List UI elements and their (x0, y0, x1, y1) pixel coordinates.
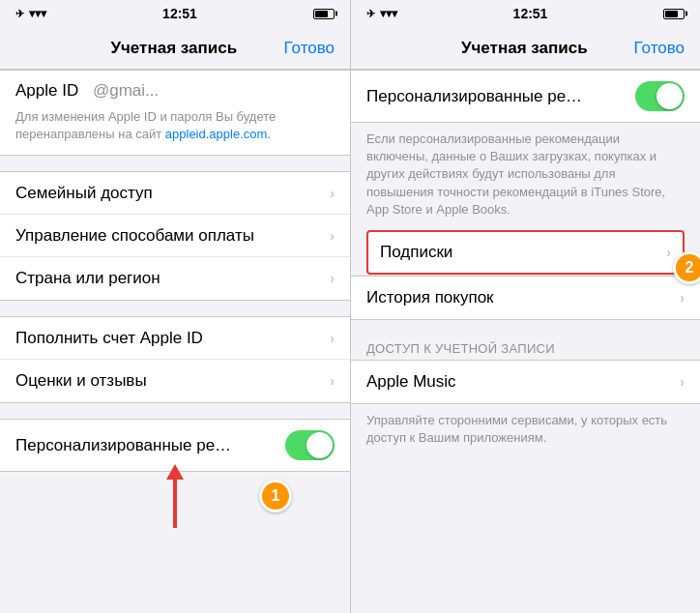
list-item-topup[interactable]: Пополнить счет Apple ID › (0, 317, 350, 360)
status-time-right: 12:51 (513, 6, 548, 21)
status-time-left: 12:51 (162, 6, 197, 21)
toggle-knob-right (656, 83, 683, 109)
status-left-right: ✈ ▾▾▾ (366, 7, 397, 20)
chevron-ratings: › (330, 373, 335, 389)
apple-id-label: Apple ID (15, 81, 93, 101)
apple-id-value: @gmai... (93, 81, 335, 101)
toggle-knob-left (306, 432, 333, 458)
item-label-topup: Пополнить счет Apple ID (15, 329, 330, 348)
info-text: Если персонализированные рекомендации вк… (366, 131, 685, 219)
personalized-section-right: Персонализированные ре… (351, 70, 700, 123)
badge-1: 1 (259, 480, 292, 512)
battery-icon-right (663, 9, 685, 19)
item-label-payment: Управление способами оплаты (15, 226, 330, 246)
menu-section: Семейный доступ › Управление способами о… (0, 171, 350, 301)
chevron-subscriptions: › (666, 245, 671, 260)
purchase-history-label: История покупок (366, 288, 680, 307)
personalized-label-left: Персонализированные ре… (15, 436, 285, 455)
wifi-icon-right: ▾▾▾ (380, 7, 397, 20)
purchase-history-item[interactable]: История покупок › (351, 277, 700, 319)
list-item-family[interactable]: Семейный доступ › (0, 172, 350, 215)
airplane-icon: ✈ (15, 8, 24, 20)
chevron-family: › (330, 186, 335, 201)
apple-music-item[interactable]: Apple Music › (351, 361, 700, 403)
status-left-left: ✈ ▾▾▾ (15, 7, 46, 20)
apple-id-section: Apple ID @gmai... Для изменения Apple ID… (0, 70, 350, 156)
item-label-ratings: Оценки и отзывы (15, 371, 330, 391)
apple-id-row: Apple ID @gmai... (15, 81, 335, 101)
arrow-container: 1 (0, 480, 350, 528)
left-panel: ✈ ▾▾▾ 12:51 Учетная запись Готово Apple … (0, 0, 350, 613)
purchase-history-section: История покупок › (351, 276, 700, 320)
list-item-payment[interactable]: Управление способами оплаты › (0, 215, 350, 257)
apple-id-description: Для изменения Apple ID и пароля Вы будет… (15, 108, 335, 143)
battery-icon-left (313, 9, 335, 19)
item-label-country: Страна или регион (15, 269, 330, 288)
gap-1 (0, 156, 350, 171)
subscriptions-item[interactable]: Подписки › (366, 230, 685, 275)
nav-title-right: Учетная запись (415, 39, 634, 58)
arrow-up (165, 480, 185, 528)
wifi-icon: ▾▾▾ (29, 7, 46, 20)
left-content: Apple ID @gmai... Для изменения Apple ID… (0, 70, 350, 528)
personalized-toggle-left[interactable] (285, 430, 335, 460)
badge-2: 2 (673, 251, 700, 284)
status-right-right (663, 9, 685, 19)
chevron-purchase: › (680, 290, 685, 306)
chevron-topup: › (330, 331, 335, 346)
gap-3 (0, 403, 350, 419)
personalized-item-right[interactable]: Персонализированные ре… (351, 71, 700, 122)
apple-service-desc-box: Управляйте сторонними сервисами, у котор… (351, 404, 700, 458)
apple-id-link[interactable]: appleid.apple.com. (165, 127, 271, 141)
personalized-label-right: Персонализированные ре… (366, 87, 635, 106)
right-panel: ✈ ▾▾▾ 12:51 Учетная запись Готово Персон… (350, 0, 700, 613)
chevron-country: › (330, 271, 335, 286)
status-right-left (313, 9, 335, 19)
apple-music-section: Apple Music › (351, 360, 700, 404)
list-item-country[interactable]: Страна или регион › (0, 257, 350, 300)
section-header-access: ДОСТУП К УЧЕТНОЙ ЗАПИСИ (351, 336, 700, 360)
right-content: Персонализированные ре… Если персонализи… (351, 70, 700, 613)
chevron-apple-music: › (680, 374, 685, 390)
item-label-family: Семейный доступ (15, 184, 330, 203)
list-item-ratings[interactable]: Оценки и отзывы › (0, 360, 350, 402)
gap-2 (0, 301, 350, 316)
subscriptions-wrapper: Подписки › 2 (351, 230, 700, 275)
nav-bar-right: Учетная запись Готово (351, 27, 700, 70)
status-bar-left: ✈ ▾▾▾ 12:51 (0, 0, 350, 27)
apple-music-label: Apple Music (366, 372, 680, 392)
personalized-toggle-right[interactable] (635, 81, 685, 111)
subscriptions-label: Подписки (380, 243, 666, 262)
apple-service-desc: Управляйте сторонними сервисами, у котор… (366, 412, 685, 447)
done-button-left[interactable]: Готово (284, 39, 335, 58)
airplane-icon-right: ✈ (366, 8, 375, 20)
done-button-right[interactable]: Готово (634, 39, 685, 58)
status-bar-right: ✈ ▾▾▾ 12:51 (351, 0, 700, 27)
arrow-shaft (173, 480, 177, 528)
menu-section-2: Пополнить счет Apple ID › Оценки и отзыв… (0, 316, 350, 403)
arrow-head (166, 464, 184, 480)
gap-right-2 (351, 320, 700, 336)
nav-bar-left: Учетная запись Готово (0, 27, 350, 70)
chevron-payment: › (330, 228, 335, 244)
info-box: Если персонализированные рекомендации вк… (351, 123, 700, 230)
nav-title-left: Учетная запись (64, 39, 284, 58)
